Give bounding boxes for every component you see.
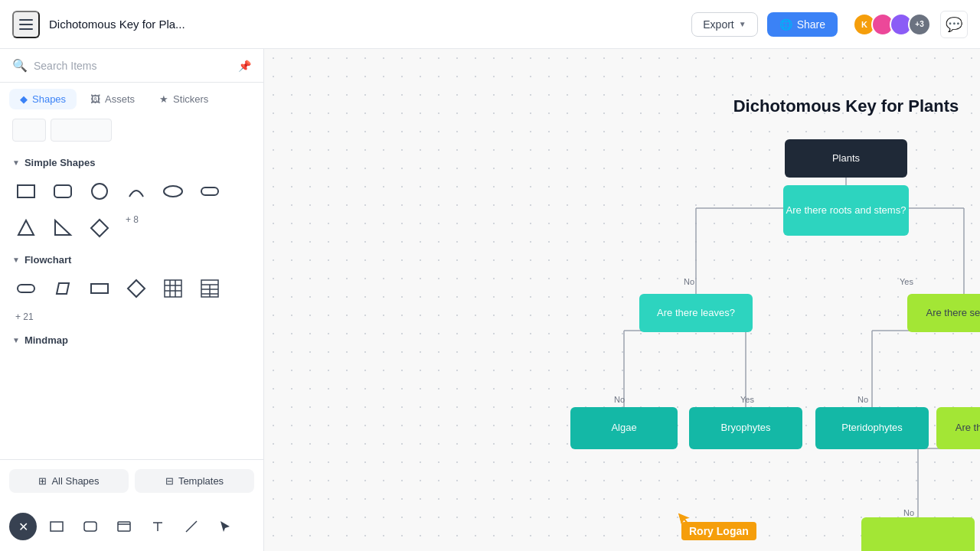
rounded-rect-tool[interactable] [77,513,104,540]
node-pteridophytes[interactable]: Pteridophytes [815,407,929,449]
section-flowchart-label: Flowchart [24,254,71,266]
diagram-lines [264,49,980,551]
svg-point-2 [92,184,107,199]
node-bryophytes[interactable]: Bryophytes [689,407,802,449]
shape-decision[interactable] [119,272,153,305]
svg-marker-5 [18,220,34,235]
shape-rectangle[interactable] [9,174,43,208]
node-roots[interactable]: Are there roots and stems? [783,185,909,236]
bottom-toolbar: ✕ [0,502,263,551]
pin-icon[interactable]: 📌 [238,60,251,72]
tab-all-shapes[interactable]: ⊞ All Shapes [9,469,129,493]
hamburger-icon [19,19,33,30]
cursor-rory: Rory Logan [681,522,756,540]
section-mindmap-label: Mindmap [24,334,68,346]
chat-icon: 💬 [946,16,962,33]
node-algae-label: Algae [611,422,636,435]
menu-button[interactable] [12,11,40,38]
templates-icon: ⊟ [165,475,174,487]
chevron-icon: ▼ [12,336,20,344]
canvas[interactable]: Dichotomous Key for Plants Plants Are th… [264,49,980,551]
rectangle-tool[interactable] [43,513,70,540]
text-tool[interactable] [144,513,172,540]
shape-process[interactable] [83,272,116,305]
tab-templates[interactable]: ⊟ Templates [135,469,254,493]
svg-rect-12 [165,280,181,297]
shape-grid[interactable] [156,272,190,305]
mini-shape-1[interactable] [12,119,46,142]
search-bar: 🔍 📌 [0,49,263,83]
node-algae[interactable]: Algae [570,407,678,449]
simple-shapes-grid: + 8 [9,171,254,248]
export-button[interactable]: Export ▼ [691,12,757,37]
tab-stickers[interactable]: ★ Stickers [149,89,219,109]
line-tool[interactable] [178,513,205,540]
close-button[interactable]: ✕ [9,513,37,540]
node-leaves-label: Are there leaves? [657,307,735,320]
header: Dichotomous Key for Pla... Export ▼ 🌐 Sh… [0,0,980,49]
svg-rect-22 [51,522,63,531]
node-seeds[interactable]: Are there seeds? [907,294,980,332]
shape-oval[interactable] [156,174,190,208]
shape-rounded-rectangle[interactable] [46,174,80,208]
node-plants-label: Plants [832,152,860,165]
pointer-tool[interactable] [211,513,239,540]
header-right: 💬 [940,11,968,38]
node-leaves[interactable]: Are there leaves? [639,294,753,332]
globe-icon: 🌐 [779,18,792,31]
svg-rect-1 [54,185,71,197]
edge-label-no1: No [684,277,694,286]
svg-line-28 [186,521,197,532]
section-simple-shapes[interactable]: ▼ Simple Shapes [9,151,254,171]
shape-right-triangle[interactable] [46,211,80,245]
node-plants[interactable]: Plants [785,139,907,178]
section-flowchart[interactable]: ▼ Flowchart [9,248,254,269]
sidebar: 🔍 📌 ◆ Shapes 🖼 Assets ★ Stickers [0,49,264,551]
svg-marker-6 [55,220,70,235]
avatar-more[interactable]: +3 [908,13,931,36]
tab-templates-label: Templates [178,475,224,487]
more-simple-shapes[interactable]: + 8 [119,211,145,245]
tab-assets[interactable]: 🖼 Assets [80,89,145,109]
svg-rect-23 [84,522,96,531]
node-roots-label: Are there roots and stems? [786,204,906,217]
shape-table[interactable] [193,272,227,305]
diagram-title: Dichotomous Key for Plants [678,96,980,116]
svg-rect-10 [91,284,108,293]
shape-terminal[interactable] [9,272,43,305]
avatar-group: K +3 [853,13,931,36]
shape-diamond[interactable] [83,211,116,245]
chevron-icon: ▼ [12,158,20,167]
export-label: Export [703,18,733,31]
shape-arc[interactable] [119,174,153,208]
svg-marker-11 [128,280,145,297]
shape-pill[interactable] [193,174,227,208]
container-tool[interactable] [110,513,138,540]
shape-triangle[interactable] [9,211,43,245]
share-button[interactable]: 🌐 Share [767,12,838,37]
section-mindmap[interactable]: ▼ Mindmap [9,328,254,349]
cursor-rory-arrow [678,510,694,527]
stickers-icon: ★ [159,93,168,105]
shape-parallelogram[interactable] [46,272,80,305]
main-layout: 🔍 📌 ◆ Shapes 🖼 Assets ★ Stickers [0,49,980,551]
svg-rect-4 [201,187,218,195]
search-icon: 🔍 [12,58,28,73]
tab-assets-label: Assets [105,93,135,105]
node-bottom-left[interactable] [861,517,975,551]
shapes-icon: ◆ [20,93,28,105]
bottom-tabs: ⊞ All Shapes ⊟ Templates [0,459,263,502]
tab-shapes[interactable]: ◆ Shapes [9,89,77,109]
edge-label-yes2: Yes [740,395,754,404]
more-flowchart-shapes[interactable]: + 21 [9,308,40,325]
shape-circle[interactable] [83,174,116,208]
search-input[interactable] [34,60,232,72]
chat-button[interactable]: 💬 [940,11,968,38]
mini-shape-2[interactable] [51,119,112,142]
tab-shapes-label: Shapes [32,93,66,105]
chevron-icon: ▼ [12,256,20,264]
node-seeds-label: Are there seeds? [926,307,980,320]
svg-marker-7 [91,220,108,236]
node-flowers[interactable]: Are there flowers? [936,407,980,449]
shape-tabs: ◆ Shapes 🖼 Assets ★ Stickers [0,83,263,116]
